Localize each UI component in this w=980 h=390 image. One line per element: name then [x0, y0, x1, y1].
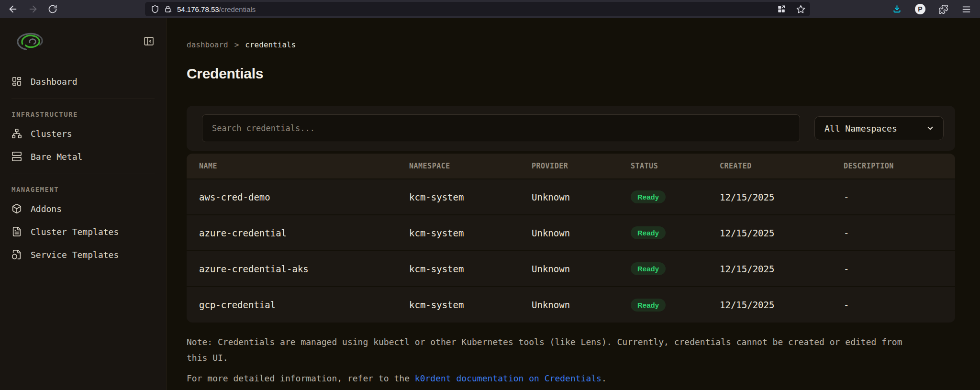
- cell-description: -: [844, 251, 955, 287]
- back-button[interactable]: [8, 4, 18, 14]
- server-icon: [11, 151, 22, 162]
- table-row[interactable]: gcp-credential kcm-system Unknown Ready …: [187, 287, 955, 323]
- sidebar-section-infrastructure: INFRASTRUCTURE: [11, 111, 155, 119]
- sidebar-divider: [11, 99, 155, 99]
- sidebar-item-dashboard[interactable]: Dashboard: [11, 70, 155, 93]
- cell-status: Ready: [631, 251, 720, 287]
- hamburger-icon: [961, 4, 971, 14]
- cell-name: azure-credential-aks: [187, 251, 409, 287]
- cell-provider: Unknown: [532, 179, 631, 215]
- cell-name: azure-credential: [187, 215, 409, 251]
- lock-warning-icon[interactable]: [164, 5, 173, 13]
- cell-description: -: [844, 287, 955, 323]
- cell-description: -: [844, 179, 955, 215]
- cell-status: Ready: [631, 179, 720, 215]
- table-header-row: NAME NAMESPACE PROVIDER STATUS CREATED D…: [187, 154, 955, 179]
- star-icon: [796, 5, 805, 14]
- cell-created: 12/15/2025: [720, 287, 844, 323]
- column-header-status: STATUS: [631, 154, 720, 179]
- sidebar-item-label: Dashboard: [31, 77, 78, 87]
- extensions-button[interactable]: [938, 4, 948, 14]
- reload-icon: [48, 4, 57, 14]
- column-header-name: NAME: [187, 154, 409, 179]
- sidebar-item-label: Bare Metal: [31, 152, 82, 162]
- search-input[interactable]: [202, 114, 800, 142]
- sidebar-item-label: Addons: [31, 204, 62, 214]
- cell-description: -: [844, 215, 955, 251]
- credentials-table: NAME NAMESPACE PROVIDER STATUS CREATED D…: [187, 154, 955, 323]
- cell-created: 12/15/2025: [720, 251, 844, 287]
- sidebar-item-bare-metal[interactable]: Bare Metal: [11, 145, 155, 168]
- profile-extension-button[interactable]: P: [915, 4, 925, 14]
- dashboard-icon: [11, 76, 22, 87]
- chevron-down-icon: [926, 124, 935, 133]
- sidebar-item-clusters[interactable]: Clusters: [11, 122, 155, 145]
- k0rdent-logo: [11, 29, 53, 56]
- cell-provider: Unknown: [532, 251, 631, 287]
- cell-name: aws-cred-demo: [187, 179, 409, 215]
- column-header-created: CREATED: [720, 154, 844, 179]
- column-header-provider: PROVIDER: [532, 154, 631, 179]
- breadcrumb: dashboard > credentials: [187, 40, 955, 49]
- cell-namespace: kcm-system: [409, 251, 532, 287]
- page-title: Credentials: [187, 66, 955, 82]
- cell-namespace: kcm-system: [409, 179, 532, 215]
- url-path: /credentials: [219, 5, 256, 13]
- namespace-selected-value: All Namespaces: [824, 123, 897, 134]
- notes: Note: Credentials are managed using kube…: [187, 334, 924, 386]
- menu-button[interactable]: [961, 4, 971, 14]
- cell-provider: Unknown: [532, 215, 631, 251]
- table-row[interactable]: azure-credential-aks kcm-system Unknown …: [187, 251, 955, 287]
- note-kubectl: Note: Credentials are managed using kube…: [187, 334, 924, 366]
- status-badge: Ready: [631, 190, 666, 203]
- puzzle-icon: [938, 4, 948, 14]
- url-host: 54.176.78.53: [177, 5, 219, 13]
- cell-name: gcp-credential: [187, 287, 409, 323]
- credentials-table-card: NAME NAMESPACE PROVIDER STATUS CREATED D…: [187, 154, 955, 323]
- sidebar-collapse-button[interactable]: [143, 35, 155, 48]
- cell-created: 12/15/2025: [720, 215, 844, 251]
- sidebar-item-cluster-templates[interactable]: Cluster Templates: [11, 220, 155, 243]
- page-actions-button[interactable]: [777, 5, 786, 13]
- file-box-icon: [11, 249, 22, 260]
- cell-provider: Unknown: [532, 287, 631, 323]
- column-header-namespace: NAMESPACE: [409, 154, 532, 179]
- filters-toolbar: All Namespaces: [187, 106, 955, 151]
- cell-created: 12/15/2025: [720, 179, 844, 215]
- sidebar-divider: [11, 174, 155, 174]
- sidebar-item-label: Clusters: [31, 129, 72, 139]
- cell-status: Ready: [631, 287, 720, 323]
- cell-status: Ready: [631, 215, 720, 251]
- browser-toolbar: 54.176.78.53/credentials P: [0, 0, 980, 18]
- profile-icon: P: [915, 4, 925, 14]
- shield-icon[interactable]: [151, 5, 159, 13]
- download-icon: [892, 4, 902, 14]
- cube-icon: [11, 203, 22, 214]
- sidebar: Dashboard INFRASTRUCTURE Clusters Bare M…: [0, 18, 167, 390]
- breadcrumb-dashboard[interactable]: dashboard: [187, 40, 228, 49]
- clusters-icon: [11, 128, 22, 139]
- docs-link[interactable]: k0rdent documentation on Credentials: [415, 373, 601, 383]
- sidebar-item-label: Cluster Templates: [31, 227, 119, 237]
- table-row[interactable]: azure-credential kcm-system Unknown Read…: [187, 215, 955, 251]
- cell-namespace: kcm-system: [409, 215, 532, 251]
- namespace-select[interactable]: All Namespaces: [814, 116, 944, 140]
- breadcrumb-separator: >: [234, 40, 239, 49]
- address-bar[interactable]: 54.176.78.53/credentials: [145, 2, 810, 16]
- cell-namespace: kcm-system: [409, 287, 532, 323]
- reload-button[interactable]: [48, 4, 57, 14]
- grid-arrow-icon: [777, 5, 786, 13]
- sidebar-item-addons[interactable]: Addons: [11, 197, 155, 220]
- status-badge: Ready: [631, 299, 666, 312]
- sidebar-item-service-templates[interactable]: Service Templates: [11, 243, 155, 266]
- bookmark-button[interactable]: [796, 5, 805, 14]
- downloads-button[interactable]: [892, 4, 902, 14]
- breadcrumb-current: credentials: [245, 40, 296, 49]
- forward-button[interactable]: [28, 4, 38, 14]
- status-badge: Ready: [631, 262, 666, 275]
- forward-arrow-icon: [28, 4, 38, 14]
- back-arrow-icon: [8, 4, 18, 14]
- table-row[interactable]: aws-cred-demo kcm-system Unknown Ready 1…: [187, 179, 955, 215]
- status-badge: Ready: [631, 226, 666, 239]
- sidebar-item-label: Service Templates: [31, 250, 119, 260]
